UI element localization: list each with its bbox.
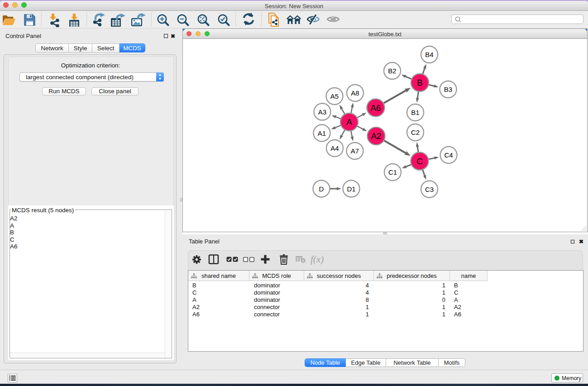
svg-text:C3: C3 xyxy=(425,186,434,193)
svg-text:B1: B1 xyxy=(411,109,419,116)
svg-text:A1: A1 xyxy=(318,129,326,137)
svg-text:B3: B3 xyxy=(444,86,452,93)
svg-text:C4: C4 xyxy=(444,151,453,159)
svg-text:C1: C1 xyxy=(388,168,397,176)
svg-text:C2: C2 xyxy=(411,129,420,136)
svg-text:B4: B4 xyxy=(425,51,433,58)
svg-text:B: B xyxy=(417,78,423,87)
svg-text:A3: A3 xyxy=(318,108,326,116)
svg-text:A: A xyxy=(346,117,352,127)
svg-text:A4: A4 xyxy=(330,144,339,152)
svg-text:D1: D1 xyxy=(347,185,355,193)
svg-text:A2: A2 xyxy=(371,131,381,141)
svg-text:C: C xyxy=(416,157,423,166)
svg-text:A8: A8 xyxy=(351,89,359,97)
svg-text:D: D xyxy=(319,185,324,193)
svg-text:A6: A6 xyxy=(370,103,381,113)
svg-text:A7: A7 xyxy=(351,147,359,155)
svg-text:B2: B2 xyxy=(388,67,396,75)
svg-text:A5: A5 xyxy=(330,92,339,100)
